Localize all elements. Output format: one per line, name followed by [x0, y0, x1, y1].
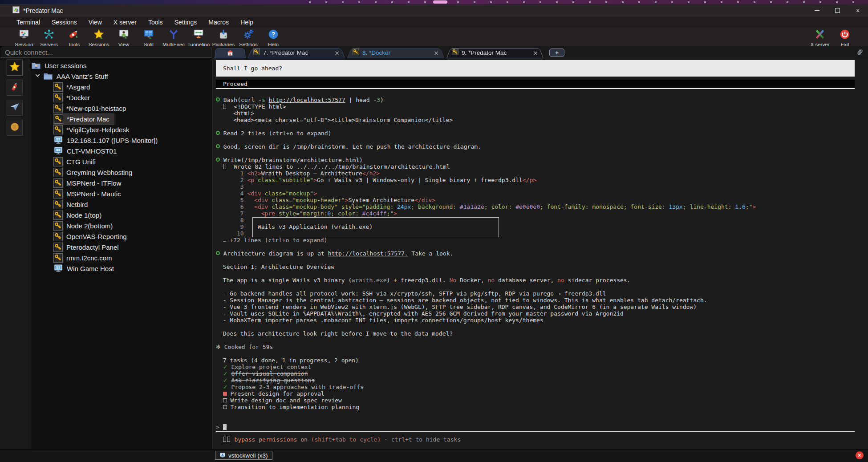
toolbar-button-servers[interactable]: Servers — [37, 28, 61, 47]
rail-button-knife-icon[interactable] — [7, 80, 23, 96]
tree-item-label: Node 2(bottom) — [66, 222, 113, 230]
terminal-line — [216, 417, 855, 424]
rail-button-star-icon[interactable] — [7, 60, 23, 76]
tree-item-new-cp01-heistacp[interactable]: *New-cp01-heistacp — [30, 103, 212, 113]
tree-item-node-2-bottom[interactable]: Node 2(bottom) — [30, 220, 212, 231]
menu-item-settings[interactable]: Settings — [169, 19, 203, 26]
tree-item-mspnerd-itflow[interactable]: MSPNerd - ITFlow — [30, 178, 212, 188]
toolbar-button-exit[interactable]: Exit — [832, 28, 857, 47]
tab-close-icon[interactable]: × — [427, 49, 439, 57]
tree-item-openvas-reporting[interactable]: OpenVAS-Reporting — [30, 231, 212, 242]
proceed-option[interactable]: Proceed — [216, 80, 855, 89]
toolbar-button-x-server[interactable]: X server — [807, 28, 832, 47]
bullet-icon — [216, 97, 220, 101]
tree-item-asgard[interactable]: *Asgard — [30, 81, 212, 92]
key-icon — [54, 114, 63, 124]
terminal-line: Wrote 82 lines to ../../../../tmp/brains… — [216, 163, 855, 170]
background-window-strip — [0, 0, 868, 4]
tree-item-netbird[interactable]: Netbird — [30, 199, 212, 210]
tree-item-greyming-webhosting[interactable]: Greyming Webhosting — [30, 167, 212, 178]
menu-item-view[interactable]: View — [83, 19, 108, 26]
terminal-line — [216, 337, 855, 344]
tree-item-win-game-host[interactable]: Win Game Host — [30, 263, 212, 274]
check-icon: ✓ — [223, 370, 228, 377]
tree-item-rmm-t2cnc-com[interactable]: rmm.t2cnc.com — [30, 252, 212, 263]
user-session-icon — [219, 452, 226, 458]
close-button[interactable]: × — [848, 4, 868, 17]
terminal-cursor — [223, 424, 227, 430]
tree-item-predator-mac[interactable]: *Predator Mac — [30, 113, 212, 124]
tree-item-vigilcyber-helpdesk[interactable]: *VigilCyber-Helpdesk — [30, 124, 212, 135]
rail-button-coin-icon[interactable] — [7, 120, 23, 136]
menu-item-x-server[interactable]: X server — [108, 19, 142, 26]
menu-item-help[interactable]: Help — [235, 19, 259, 26]
tree-item-label: *Asgard — [66, 83, 90, 91]
menu-item-macros[interactable]: Macros — [203, 19, 235, 26]
toolbar-button-multiexec[interactable]: MultiExec — [161, 28, 186, 47]
session-user-button[interactable]: vstockwell (x3) — [215, 451, 272, 460]
rail-button-plane-icon[interactable] — [7, 100, 23, 116]
toolbar-button-packages[interactable]: Packages — [211, 28, 236, 47]
prompt-line[interactable]: > — [216, 424, 868, 430]
terminal-line: ✻ Cooked for 59s — [216, 344, 855, 350]
menu-item-terminal[interactable]: Terminal — [11, 19, 46, 26]
split-icon — [143, 28, 154, 42]
check-icon: ✓ — [223, 384, 228, 390]
tree-item-node-1-top[interactable]: Node 1(top) — [30, 210, 212, 220]
terminal-line — [216, 150, 855, 157]
tree-item-label: User sessions — [45, 62, 86, 69]
status-close-button[interactable]: ✕ — [856, 451, 864, 459]
terminal-tab-7-predator-mac[interactable]: 7. *Predator Mac× — [248, 47, 345, 58]
tree-item-mspnerd-mautic[interactable]: MSPNerd - Mautic — [30, 188, 212, 199]
toolbar-button-session[interactable]: Session — [12, 28, 37, 47]
terminal-line — [216, 270, 855, 277]
terminal[interactable]: Shall I go ahead? Proceed Bash(curl -s h… — [212, 58, 868, 449]
terminal-line: 7 <pre style="margin:0; color: #c4c4ff;"… — [216, 210, 855, 217]
maximize-button[interactable] — [827, 4, 848, 17]
tree-item-docker[interactable]: *Docker — [30, 92, 212, 103]
home-icon — [226, 49, 234, 57]
menu-item-sessions[interactable]: Sessions — [46, 19, 83, 26]
toolbar-button-view[interactable]: View — [111, 28, 136, 47]
paperclip-icon[interactable] — [856, 48, 864, 58]
tree-item-ctg-unifi[interactable]: CTG Unifi — [30, 156, 212, 167]
toolbar-button-tunneling[interactable]: Tunneling — [186, 28, 211, 47]
terminal-tab-9-predator-mac[interactable]: 9. *Predator Mac× — [446, 47, 544, 58]
tree-item-pterodactyl-panel[interactable]: Pterodactyl Panel — [30, 242, 212, 252]
key-icon — [53, 211, 63, 220]
menu-item-tools[interactable]: Tools — [142, 19, 169, 26]
tree-item-clt-vmhost01[interactable]: CLT-VMHOST01 — [30, 146, 212, 156]
tree-group-aaa-vantz-s-stuff[interactable]: AAA Vantz's Stuff — [30, 71, 212, 81]
tab-close-icon[interactable]: × — [527, 49, 538, 57]
terminal-line: Architecture diagram is up at http://loc… — [216, 250, 855, 257]
tree-item-192-168-1-107-ups-monitor[interactable]: 192.168.1.107 ([UPS-Monitor]) — [30, 135, 212, 146]
minimize-button[interactable] — [807, 4, 827, 17]
terminal-line: - Go backend handles all protocol work: … — [216, 290, 855, 297]
home-tab[interactable] — [215, 47, 246, 58]
terminal-line: Write design doc and spec review — [216, 397, 855, 404]
tab-close-icon[interactable]: × — [328, 49, 340, 57]
terminal-line: 8 — [216, 217, 855, 223]
new-tab-button[interactable]: + — [549, 49, 564, 57]
quick-connect-input[interactable] — [1, 47, 211, 58]
chevron-down-icon[interactable] — [34, 72, 41, 80]
folder-icon — [43, 71, 53, 81]
toolbar-button-split[interactable]: Split — [136, 28, 161, 47]
coin-icon — [9, 122, 20, 134]
key-icon — [53, 157, 63, 166]
open-task-square-icon — [223, 405, 227, 409]
toolbar-button-tools[interactable]: Tools — [61, 28, 86, 47]
terminal-tab-8-docker[interactable]: 8. *Docker× — [347, 47, 444, 58]
key-icon — [53, 200, 63, 209]
toolbar-button-sessions[interactable]: Sessions — [86, 28, 111, 47]
terminal-output: Bash(curl -s http://localhost:57577 | he… — [216, 90, 855, 424]
tree-item-label: CLT-VMHOST01 — [67, 147, 117, 155]
tab-label: 8. *Docker — [362, 49, 390, 56]
terminal-line: 5 <div class="mockup-header">System Arch… — [216, 197, 855, 203]
toolbar-button-help[interactable]: ?Help — [261, 28, 286, 47]
in-progress-square-icon — [223, 392, 227, 396]
toolbar-button-settings[interactable]: Settings — [236, 28, 261, 47]
tree-item-label: OpenVAS-Reporting — [66, 233, 127, 240]
check-icon: ✓ — [223, 364, 228, 370]
tree-root-user-sessions[interactable]: User sessions — [30, 60, 212, 71]
